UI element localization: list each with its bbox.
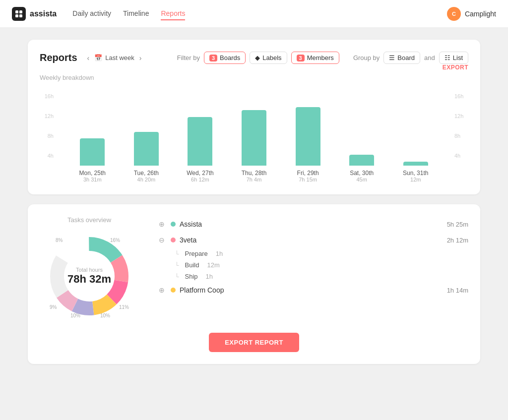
bar-sat: Sat, 30th 45m (335, 155, 389, 182)
y-label-8h-left: 8h (40, 133, 54, 139)
list-group-btn[interactable]: ☷ List (439, 52, 468, 64)
prev-arrow[interactable]: ‹ (85, 53, 92, 63)
y-label-4h-right: 4h (454, 153, 468, 159)
bar-tue-label: Tue, 26th (134, 170, 159, 177)
avatar-initial: C (452, 11, 456, 17)
bar-fri-label: Fri, 29th (297, 170, 319, 177)
nav-timeline[interactable]: Timeline (123, 7, 149, 20)
bar-mon-label: Mon, 25th (79, 170, 106, 177)
board-group-btn[interactable]: ☰ Board (383, 52, 420, 64)
ship-name: Ship (185, 273, 198, 280)
task-sub-prepare: └ Prepare 1h (159, 248, 468, 259)
donut-chart: Total hours 78h 32m 16% 11% 10% 10% 9% 8… (45, 232, 134, 321)
platform-coop-name: Platform Coop (180, 286, 224, 294)
calendar-icon: 📅 (94, 54, 102, 61)
bar-sun-label: Sun, 31th (403, 170, 428, 177)
bar-sat-rect (349, 155, 374, 166)
navbar: assista Daily activity Timeline Reports … (0, 0, 508, 28)
svg-rect-2 (15, 14, 18, 17)
task-item-3veta-main: ⊖ 3veta (159, 236, 447, 244)
main-content: Reports ‹ 📅 Last week › Filter by 3 Boar… (16, 28, 492, 386)
tasks-overview-title: Tasks overview (67, 216, 111, 224)
build-time: 12m (207, 261, 219, 269)
members-label: Members (307, 54, 334, 61)
y-label-16h-left: 16h (40, 93, 54, 99)
prepare-indent: └ Prepare 1h (175, 250, 468, 257)
reports-header: Reports ‹ 📅 Last week › Filter by 3 Boar… (40, 52, 468, 64)
svg-rect-1 (19, 10, 22, 13)
assista-name: Assista (180, 220, 202, 228)
percent-16: 16% (110, 238, 120, 243)
export-report-button[interactable]: EXPORT REPORT (209, 333, 299, 352)
y-label-16h-right: 16h (454, 93, 468, 99)
percent-8: 8% (56, 238, 63, 243)
y-label-12h-right: 12h (454, 113, 468, 119)
platform-coop-time: 1h 14m (447, 287, 468, 294)
percent-11: 11% (119, 304, 129, 310)
list-label: List (453, 54, 463, 61)
assista-expand-icon[interactable]: ⊕ (159, 220, 167, 228)
bar-thu-duration: 7h 4m (247, 177, 262, 182)
donut-section: Tasks overview (40, 216, 139, 321)
ship-indent: └ Ship 1h (175, 273, 468, 280)
bar-sat-label: Sat, 30th (350, 170, 374, 177)
date-range: 📅 Last week (94, 54, 134, 61)
members-count-badge: 3 (297, 55, 305, 61)
members-filter-btn[interactable]: 3 Members (291, 52, 339, 64)
donut-center-label: Total hours (67, 267, 111, 273)
weekly-breakdown-title: Weekly breakdown (40, 74, 94, 81)
avatar: C (447, 7, 461, 21)
page-title: Reports (40, 52, 77, 63)
ship-time: 1h (206, 273, 213, 280)
boards-filter-btn[interactable]: 3 Boards (204, 52, 246, 64)
bar-wed-label: Wed, 27th (187, 170, 213, 177)
bar-wed: Wed, 27th 6h 12m (173, 117, 227, 182)
percent-10-bottom: 10% (100, 313, 110, 318)
bar-thu-rect (242, 110, 266, 166)
task-item-3veta: ⊖ 3veta 2h 12m (159, 232, 468, 248)
y-label-12h-left: 12h (40, 113, 54, 119)
next-arrow[interactable]: › (137, 53, 144, 63)
boards-count-badge: 3 (209, 55, 217, 61)
chart-header: Weekly breakdown EXPORT (40, 64, 468, 89)
bar-sun-rect (403, 162, 428, 166)
nav-reports[interactable]: Reports (161, 7, 185, 20)
bar-mon: Mon, 25th 3h 31m (65, 138, 120, 182)
task-item-platform-coop: ⊕ Platform Coop 1h 14m (159, 282, 468, 298)
bar-mon-rect (80, 138, 105, 166)
ship-connector: └ (175, 273, 179, 280)
bar-tue-rect (134, 132, 159, 166)
svg-rect-3 (19, 14, 22, 17)
platform-coop-dot (171, 288, 176, 293)
svg-rect-0 (15, 10, 18, 13)
task-sub-ship: └ Ship 1h (159, 271, 468, 282)
logo-icon (12, 7, 26, 21)
and-text: and (424, 54, 435, 61)
bar-wed-duration: 6h 12m (191, 177, 209, 182)
reports-card: Reports ‹ 📅 Last week › Filter by 3 Boar… (28, 40, 480, 194)
labels-label: Labels (262, 54, 281, 61)
boards-label: Boards (220, 54, 240, 61)
assista-dot (171, 222, 176, 227)
date-range-label: Last week (105, 54, 134, 61)
label-icon: ◆ (255, 54, 260, 61)
bar-sun: Sun, 31th 12m (388, 162, 443, 182)
donut-center-value: 78h 32m (67, 273, 111, 286)
bar-fri-rect (296, 107, 320, 166)
bar-fri: Fri, 29th 7h 15m (281, 107, 335, 182)
bar-chart: 16h 12h 8h 4h Mon, 25th 3h 31m (40, 93, 468, 182)
3veta-collapse-icon[interactable]: ⊖ (159, 236, 167, 244)
filter-by-label: Filter by (177, 54, 200, 61)
prepare-name: Prepare (185, 250, 208, 257)
labels-filter-btn[interactable]: ◆ Labels (250, 52, 287, 64)
user-name: Camplight (465, 10, 496, 18)
logo-text: assista (30, 9, 57, 18)
y-label-4h-left: 4h (40, 153, 54, 159)
tasks-overview-card: Tasks overview (28, 204, 480, 364)
export-link[interactable]: EXPORT (443, 64, 468, 71)
platform-coop-expand-icon[interactable]: ⊕ (159, 286, 167, 294)
nav-daily-activity[interactable]: Daily activity (72, 7, 111, 20)
build-indent: └ Build 12m (175, 261, 468, 269)
3veta-time: 2h 12m (447, 237, 468, 244)
prepare-time: 1h (216, 250, 223, 257)
